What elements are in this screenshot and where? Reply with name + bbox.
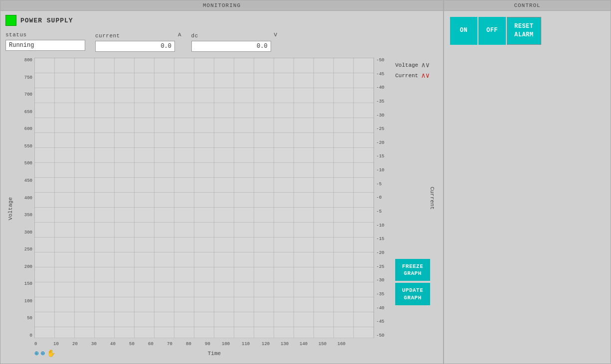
on-button[interactable]: ON [450,17,477,45]
svg-text:50: 50 [129,342,135,347]
svg-text:30: 30 [91,342,97,347]
current-legend-label: Current [395,73,418,79]
chart-with-axes: Voltage 800 750 700 650 600 550 500 450 [5,58,438,360]
status-field-group: status [5,32,85,51]
current-field-group: current [95,33,175,52]
monitoring-panel: MONITORING POWER SUPPLY status current A [0,0,444,364]
voltage-icon: ∧∨ [421,61,430,69]
chart-main: 800 750 700 650 600 550 500 450 400 350 … [15,58,438,360]
freeze-graph-button[interactable]: FREEZEGRAPH [395,259,430,281]
dc-field-group: dc [191,33,271,52]
monitoring-title: MONITORING [0,0,443,11]
reset-alarm-button[interactable]: RESETALARM [507,17,541,45]
svg-text:110: 110 [242,342,250,347]
x-axis-bottom: ⊕ ⊕ ✋ Time [15,347,438,360]
svg-text:0: 0 [34,342,37,347]
legend: Voltage ∧∨ Current ∧∨ [395,61,436,80]
dc-input[interactable] [191,41,271,52]
svg-text:60: 60 [148,342,153,347]
x-ticks-svg: 0 10 20 30 40 50 60 70 80 90 100 110 [34,338,373,347]
control-title: CONTROL [444,0,611,11]
svg-text:120: 120 [262,342,270,347]
graph-buttons: FREEZEGRAPH UPDATEGRAPH [395,259,436,335]
legend-and-buttons: Voltage ∧∨ Current ∧∨ FREEZEGRAPH [393,58,438,338]
current-input[interactable] [95,41,175,52]
legend-current: Current ∧∨ [395,71,436,80]
ps-header: POWER SUPPLY [5,15,438,26]
pan-icon[interactable]: ✋ [47,349,55,358]
dc-label: dc [191,33,271,39]
svg-text:70: 70 [167,342,172,347]
status-led [5,15,16,26]
current-label: current [95,33,175,39]
zoom-in-icon[interactable]: ⊕ [40,349,44,358]
svg-text:140: 140 [300,342,307,347]
current-unit-row: A [178,32,181,52]
update-graph-button[interactable]: UPDATEGRAPH [395,283,430,305]
svg-text:40: 40 [110,342,116,347]
ps-title: POWER SUPPLY [20,17,73,24]
svg-rect-1 [34,58,374,338]
y-axis-right-label: Current [429,186,435,209]
off-button[interactable]: OFF [478,17,506,45]
control-panel: CONTROL ON OFF RESETALARM [444,0,611,364]
x-axis-ticks: 0 10 20 30 40 50 60 70 80 90 100 110 [15,338,438,347]
legend-voltage: Voltage ∧∨ [395,61,436,69]
svg-text:90: 90 [205,342,210,347]
current-unit: A [178,32,181,38]
svg-text:10: 10 [53,342,59,347]
voltage-legend-label: Voltage [395,62,418,68]
chart-grid[interactable] [34,58,374,338]
x-axis-label: Time [55,351,373,357]
dc-unit: V [274,32,278,38]
status-label: status [5,32,85,38]
control-buttons-row: ON OFF RESETALARM [450,17,605,45]
y-ticks-right: -50 -45 -40 -35 -30 -25 -20 -15 -10 -5 -… [374,58,393,338]
chart-grid-area: 800 750 700 650 600 550 500 450 400 350 … [15,58,438,338]
chart-container: Voltage 800 750 700 650 600 550 500 450 [5,58,438,360]
svg-text:20: 20 [72,342,78,347]
svg-text:80: 80 [186,342,191,347]
status-input[interactable] [5,40,85,51]
fields-row: status current A dc V [5,32,438,52]
svg-text:100: 100 [222,342,230,347]
crosshair-icon[interactable]: ⊕ [34,349,38,358]
dc-unit-row: V [274,32,278,52]
y-ticks-left: 800 750 700 650 600 550 500 450 400 350 … [15,58,34,338]
svg-text:150: 150 [318,342,326,347]
y-axis-label: Voltage [5,197,15,220]
current-icon: ∧∨ [421,71,430,80]
svg-text:160: 160 [337,342,345,347]
svg-text:130: 130 [281,342,289,347]
zoom-controls: ⊕ ⊕ ✋ [34,347,55,360]
